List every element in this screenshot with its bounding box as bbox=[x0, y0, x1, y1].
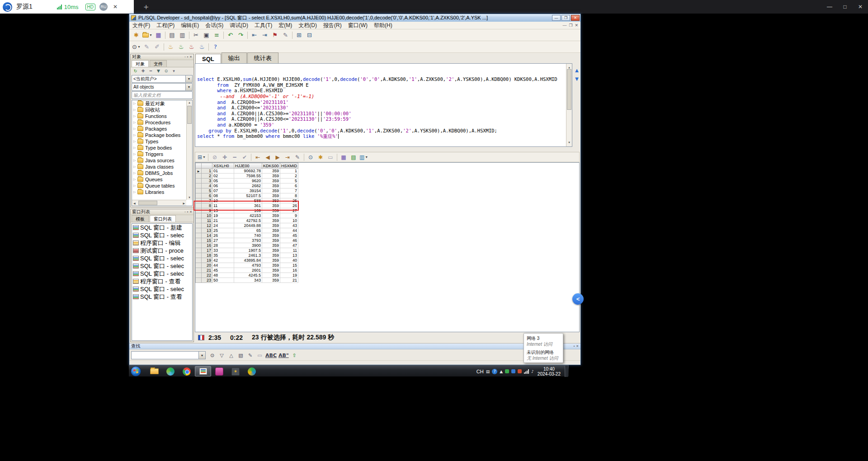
expand-arrow-icon[interactable]: ▷ bbox=[133, 184, 137, 188]
expand-arrow-icon[interactable]: ▷ bbox=[133, 108, 137, 112]
clock[interactable]: 10:40 2024-03-22 bbox=[538, 367, 561, 376]
result-row-13[interactable]: 13256535944 bbox=[196, 228, 298, 233]
prev-statement-icon[interactable]: ▲ bbox=[574, 67, 580, 73]
result-row-9[interactable]: 91316935927 bbox=[196, 208, 298, 213]
result-row-21[interactable]: 2145260135916 bbox=[196, 268, 298, 273]
find-in-selection-button[interactable]: ▧ bbox=[236, 351, 245, 359]
redo-button[interactable]: ↷ bbox=[236, 31, 245, 40]
taskbar-explorer-button[interactable] bbox=[146, 366, 162, 376]
menu-item-6[interactable]: 宏(M) bbox=[275, 22, 295, 29]
insert-row-button[interactable]: ✚ bbox=[220, 153, 229, 161]
find-text-input[interactable]: ▼ bbox=[131, 351, 206, 359]
window-list-tab-1[interactable]: 窗口列表 bbox=[150, 215, 176, 222]
result-row-12[interactable]: 122420449.8835943 bbox=[196, 223, 298, 228]
session-monitor-button[interactable]: ♨ bbox=[197, 42, 207, 52]
menu-item-9[interactable]: 窗口(W) bbox=[345, 22, 371, 29]
new-sql-window-button[interactable]: ⊞ bbox=[294, 31, 304, 40]
chart-button[interactable]: ▥▼ bbox=[359, 153, 368, 161]
window-restore-button[interactable]: ❐ bbox=[561, 15, 570, 21]
objects-panel-titlebar[interactable]: 对象 ▫ ▪ ✕ bbox=[131, 54, 193, 60]
browser-options-button[interactable]: ▾ bbox=[170, 68, 177, 74]
tree-item-6[interactable]: ▷Types bbox=[132, 138, 186, 145]
find-panel-titlebar[interactable]: 查找 ▪ ✕ bbox=[129, 343, 580, 349]
expand-all-button[interactable]: ✚ bbox=[140, 68, 146, 74]
column-header-kdks00[interactable]: KDKS00 bbox=[262, 163, 280, 169]
expand-arrow-icon[interactable]: ▷ bbox=[133, 121, 137, 124]
window-close-button[interactable]: ✕ bbox=[571, 15, 580, 21]
result-row-10[interactable]: 1019421533599 bbox=[196, 213, 298, 218]
chevron-down-icon[interactable]: ▼ bbox=[185, 84, 192, 90]
tree-item-10[interactable]: ▷Java classes bbox=[132, 164, 186, 170]
filter-button[interactable]: ▼ bbox=[155, 68, 162, 74]
result-row-5[interactable]: 507391543597 bbox=[196, 188, 298, 193]
tree-item-7[interactable]: ▷Type bodies bbox=[132, 145, 186, 151]
print-button[interactable]: ▤ bbox=[167, 31, 177, 40]
results-grid-table[interactable]: XSXLH0HJJE00KDKS00HSXMID▶10190692.783591… bbox=[195, 163, 298, 283]
network-popup[interactable]: 网络 3Internet 访问未识别的网络无 Internet 访问 bbox=[524, 333, 563, 363]
mdi-close-button[interactable]: ✕ bbox=[575, 23, 578, 28]
mark-results-button[interactable]: ✎ bbox=[246, 351, 255, 359]
ru-badge[interactable]: RU bbox=[99, 3, 108, 11]
menu-item-2[interactable]: 编辑(E) bbox=[178, 22, 202, 29]
break-button[interactable]: ♨ bbox=[187, 42, 196, 52]
window-list-item-2[interactable]: 程序窗口 - 编辑 bbox=[132, 239, 192, 247]
objects-tab-0[interactable]: 对象 bbox=[132, 60, 149, 67]
chevron-down-icon[interactable]: ▼ bbox=[185, 75, 192, 82]
save-results-button[interactable]: ▦ bbox=[339, 153, 348, 161]
panel-float-icon[interactable]: ▫ bbox=[184, 55, 185, 59]
rollback-button[interactable]: ♨ bbox=[176, 42, 186, 52]
panel-close-icon[interactable]: ✕ bbox=[576, 344, 579, 348]
column-header-hsxmid[interactable]: HSXMID bbox=[280, 163, 298, 169]
print-preview-button[interactable]: ▥ bbox=[178, 31, 187, 40]
find-down-button[interactable]: ▽ bbox=[217, 351, 226, 359]
taskbar-browser-button[interactable] bbox=[162, 366, 179, 376]
find-up-button[interactable]: △ bbox=[227, 351, 236, 359]
close-button[interactable]: ✕ bbox=[853, 0, 868, 14]
result-row-6[interactable]: 60852107.53598 bbox=[196, 193, 298, 198]
result-row-11[interactable]: 112142792.535910 bbox=[196, 218, 298, 223]
expand-arrow-icon[interactable]: ▷ bbox=[133, 133, 137, 137]
result-row-2[interactable]: 2027598.553592 bbox=[196, 174, 298, 179]
editor-tab-1[interactable]: 输出 bbox=[222, 52, 247, 63]
first-row-button[interactable]: ⇤ bbox=[253, 153, 262, 161]
new-item-button[interactable]: ✱ bbox=[132, 31, 141, 40]
network-tray-icon[interactable] bbox=[524, 369, 529, 374]
window-list-item-1[interactable]: SQL 窗口 - selec bbox=[132, 231, 192, 239]
window-minimize-button[interactable]: — bbox=[552, 15, 561, 21]
menu-item-3[interactable]: 会话(S) bbox=[202, 22, 226, 29]
next-row-button[interactable]: ▶ bbox=[273, 153, 282, 161]
tree-item-14[interactable]: ▷Libraries bbox=[132, 189, 186, 195]
window-list-item-7[interactable]: 程序窗口 - 查看 bbox=[132, 278, 192, 285]
editor-results-splitter[interactable] bbox=[195, 147, 580, 152]
indent-decrease-button[interactable]: ⇤ bbox=[250, 31, 259, 40]
expand-arrow-icon[interactable]: ▷ bbox=[133, 165, 137, 169]
result-row-19[interactable]: 194243895.8435940 bbox=[196, 258, 298, 263]
expand-arrow-icon[interactable]: ▷ bbox=[133, 190, 137, 194]
find-object-button[interactable]: ⊙ bbox=[163, 68, 170, 74]
menu-item-8[interactable]: 报告(R) bbox=[320, 22, 345, 29]
menu-item-0[interactable]: 文件(F) bbox=[129, 22, 153, 29]
editor-tab-2[interactable]: 统计表 bbox=[247, 52, 278, 63]
tree-item-4[interactable]: ▷Packages bbox=[132, 126, 186, 132]
browse-objects-button[interactable]: ⊙▼ bbox=[132, 42, 141, 52]
cut-button[interactable]: ✂ bbox=[191, 31, 201, 40]
result-row-17[interactable]: 17331907.535911 bbox=[196, 248, 298, 253]
expand-arrow-icon[interactable]: ▷ bbox=[133, 140, 137, 143]
window-list-titlebar[interactable]: 窗口列表 ▫ ▪ ✕ bbox=[131, 209, 193, 215]
menu-item-10[interactable]: 帮助(H) bbox=[371, 22, 396, 29]
tree-item-2[interactable]: ▷Functions bbox=[132, 113, 186, 119]
compare-button[interactable]: ✐ bbox=[152, 42, 162, 52]
help-tray-icon[interactable]: ? bbox=[492, 369, 497, 374]
menu-item-7[interactable]: 文档(D) bbox=[295, 22, 320, 29]
mdi-restore-button[interactable]: ❐ bbox=[569, 23, 572, 28]
clear-marks-button[interactable]: ▭ bbox=[255, 351, 264, 359]
menu-item-4[interactable]: 调试(D) bbox=[226, 22, 251, 29]
column-header-hjje00[interactable]: HJJE00 bbox=[234, 163, 262, 169]
security-tray-icon[interactable] bbox=[505, 369, 509, 373]
new-tab-button[interactable]: ＋ bbox=[138, 0, 154, 14]
language-indicator[interactable]: CH bbox=[476, 369, 484, 374]
window-list-item-0[interactable]: SQL 窗口 - 新建 bbox=[132, 224, 192, 231]
result-row-22[interactable]: 22484245.535919 bbox=[196, 273, 298, 278]
close-session-icon[interactable]: ✕ bbox=[113, 4, 118, 10]
expand-arrow-icon[interactable]: ▷ bbox=[133, 127, 137, 131]
